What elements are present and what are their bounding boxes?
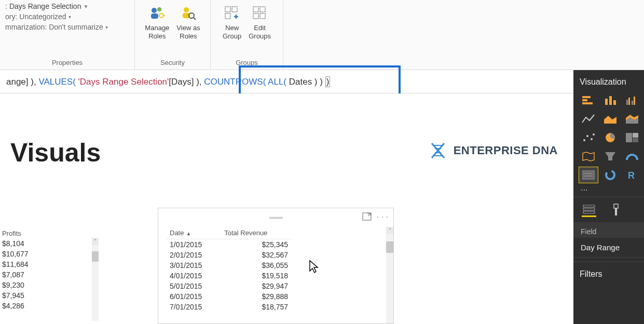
funnel-icon[interactable] [600, 148, 620, 165]
svg-rect-22 [582, 99, 587, 101]
svg-rect-36 [626, 133, 632, 142]
svg-rect-44 [583, 205, 595, 207]
column-header-date[interactable]: Date▲ [167, 227, 221, 239]
column-header[interactable]: Profits [0, 228, 99, 238]
chevron-down-icon: ▼ [83, 4, 88, 9]
filters-section-label: Filters [573, 262, 644, 284]
table-row[interactable]: 7/01/2015$18,757 [167, 302, 291, 312]
table-cell: $10,677 [0, 249, 99, 259]
manage-roles-button[interactable]: Manage Roles [145, 5, 169, 40]
ribbon-group-label: Properties [5, 57, 129, 70]
table-row[interactable]: 6/01/2015$29,888 [167, 291, 291, 302]
svg-rect-46 [583, 211, 595, 213]
revenue-table-visual[interactable]: · · · Date▲ Total Revenue 1/01/2015$25,3… [158, 208, 394, 324]
revenue-cell: $29,947 [221, 281, 291, 291]
svg-rect-28 [628, 98, 630, 105]
grid-icon [252, 5, 268, 22]
person-magnifier-icon [180, 5, 197, 22]
property-summarization-row[interactable]: mmarization: Don't summarize ▾ [5, 23, 129, 31]
area-chart-icon[interactable] [600, 111, 620, 127]
visualizations-pane: Visualization R ··· Field Day Range Filt… [573, 70, 644, 324]
edit-groups-button[interactable]: Edit Groups [249, 5, 271, 40]
table-row[interactable]: 1/01/2015$25,345 [167, 239, 291, 250]
field-well-item[interactable]: Day Range [573, 238, 644, 258]
table-cell: $7,945 [0, 290, 99, 301]
svg-rect-37 [633, 133, 638, 138]
svg-rect-27 [626, 100, 628, 105]
ribbon: : Days Range Selection ▼ ory: Uncategori… [0, 0, 644, 70]
new-group-button[interactable]: New Group [223, 5, 241, 40]
property-category-value: Uncategorized [19, 12, 66, 21]
table-cell: $11,684 [0, 259, 99, 269]
svg-point-3 [159, 14, 163, 18]
svg-rect-38 [633, 138, 638, 142]
slicer-icon[interactable] [579, 167, 598, 183]
chevron-down-icon: ▾ [105, 24, 108, 30]
r-visual-icon[interactable]: R [622, 167, 642, 183]
property-summarization-value: Don't summarize [49, 23, 103, 31]
more-visuals-button[interactable]: ··· [573, 183, 644, 197]
treemap-icon[interactable] [622, 129, 642, 146]
svg-rect-10 [232, 7, 237, 12]
table-row[interactable]: 2/01/2015$32,567 [167, 250, 291, 260]
visualization-gallery: R [573, 92, 644, 183]
formula-input[interactable]: ange] ), VALUES( 'Days Range Selection'[… [0, 72, 627, 91]
revenue-cell: $29,888 [221, 291, 291, 302]
svg-point-1 [157, 7, 161, 11]
scroll-up-icon[interactable]: ˄ [92, 238, 99, 245]
column-header-revenue[interactable]: Total Revenue [221, 227, 291, 239]
table-row[interactable]: 5/01/2015$29,947 [167, 281, 291, 291]
scroll-thumb[interactable] [92, 251, 99, 262]
svg-rect-45 [583, 208, 595, 210]
more-options-icon[interactable]: · · · [377, 212, 388, 223]
view-as-roles-button[interactable]: View as Roles [176, 5, 200, 40]
scatter-chart-icon[interactable] [579, 129, 598, 146]
scrollbar[interactable]: ˄ [92, 238, 99, 321]
format-tab[interactable] [609, 203, 623, 217]
revenue-cell: $18,757 [221, 302, 291, 312]
table-cell: $9,230 [0, 280, 99, 290]
donut-chart-icon[interactable] [600, 167, 620, 183]
stacked-column-icon[interactable] [600, 92, 620, 109]
label-prefix: ory: [5, 12, 17, 21]
date-cell: 6/01/2015 [167, 291, 221, 302]
svg-rect-25 [609, 96, 612, 105]
label-prefix: : [5, 2, 7, 10]
clustered-column-icon[interactable] [622, 92, 642, 109]
property-category-row[interactable]: ory: Uncategorized ▾ [5, 12, 129, 21]
line-chart-icon[interactable] [579, 111, 598, 127]
btn-label: Roles [180, 32, 197, 40]
svg-rect-4 [163, 15, 165, 16]
brand-logo: ENTERPRISE DNA [428, 140, 558, 161]
focus-mode-icon[interactable] [362, 212, 372, 223]
gauge-icon[interactable] [622, 148, 642, 165]
scroll-thumb[interactable] [386, 241, 393, 253]
ribbon-group-properties: : Days Range Selection ▼ ory: Uncategori… [0, 0, 135, 70]
brand-text: ENTERPRISE DNA [454, 144, 558, 157]
map-icon[interactable] [579, 148, 598, 165]
scrollbar[interactable]: ˄ [386, 227, 393, 323]
sort-asc-icon: ▲ [186, 231, 191, 236]
table-cell: $8,104 [0, 238, 99, 249]
ribbon-group-security: Manage Roles View as Roles Security [135, 0, 211, 70]
svg-point-31 [583, 139, 585, 141]
ribbon-group-label: Groups [216, 57, 278, 70]
stacked-bar-icon[interactable] [579, 92, 598, 109]
table-body: Date▲ Total Revenue 1/01/2015$25,3452/01… [158, 227, 386, 323]
fields-tab[interactable] [582, 203, 596, 217]
stacked-area-icon[interactable] [622, 111, 642, 127]
table-row[interactable]: 4/01/2015$19,518 [167, 271, 291, 281]
page-title: Visuals [10, 138, 101, 168]
btn-label: Manage [145, 24, 169, 32]
scroll-up-icon[interactable]: ˄ [386, 227, 393, 234]
people-key-icon [149, 5, 166, 22]
table-row[interactable]: 3/01/2015$36,055 [167, 260, 291, 271]
svg-rect-23 [582, 102, 593, 104]
grid-plus-icon [224, 5, 240, 22]
svg-point-5 [184, 7, 189, 12]
date-cell: 4/01/2015 [167, 271, 221, 281]
btn-label: Group [223, 32, 241, 40]
pie-chart-icon[interactable] [600, 129, 620, 146]
property-name-row[interactable]: : Days Range Selection ▼ [5, 2, 129, 10]
drag-handle-icon[interactable] [269, 217, 283, 219]
